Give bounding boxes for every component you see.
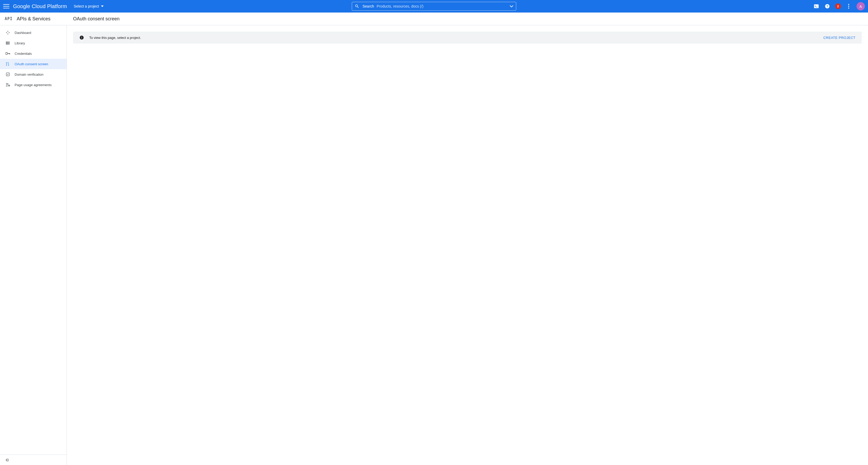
search-container: Search Products, resources, docs (/) — [352, 2, 516, 11]
sidebar-item-page-usage[interactable]: Page usage agreements — [0, 80, 66, 90]
project-selector[interactable]: Select a project — [72, 3, 106, 10]
section-title[interactable]: APIs & Services — [17, 16, 50, 22]
svg-rect-7 — [6, 41, 7, 44]
svg-point-5 — [848, 6, 849, 7]
sidebar-item-label: Library — [14, 41, 25, 45]
page-title-area: OAuth consent screen — [67, 16, 120, 22]
brand-label[interactable]: Google Cloud Platform — [13, 3, 67, 9]
svg-rect-0 — [814, 4, 819, 8]
search-box[interactable]: Search Products, resources, docs (/) — [352, 2, 516, 11]
svg-rect-9 — [9, 41, 9, 44]
search-placeholder: Products, resources, docs (/) — [377, 4, 510, 8]
svg-point-15 — [6, 64, 7, 64]
sidebar-items: Dashboard Library Credentials OAuth cons… — [0, 25, 66, 455]
top-header: Google Cloud Platform Select a project S… — [0, 0, 868, 12]
project-selector-label: Select a project — [74, 4, 99, 8]
info-icon — [79, 35, 84, 40]
search-label: Search — [363, 4, 374, 8]
sidebar-item-credentials[interactable]: Credentials — [0, 48, 66, 59]
sidebar-item-label: Credentials — [14, 52, 32, 56]
svg-rect-30 — [82, 36, 82, 37]
collapse-icon — [5, 459, 9, 462]
subheader: API APIs & Services OAuth consent screen — [0, 12, 868, 25]
svg-text:?: ? — [826, 4, 828, 8]
more-vert-icon[interactable] — [845, 3, 852, 9]
search-icon — [355, 4, 359, 9]
main-content: To view this page, select a project. CRE… — [67, 25, 868, 465]
dropdown-arrow-icon — [101, 5, 103, 7]
sidebar-item-label: Domain verification — [14, 72, 43, 76]
api-logo: API — [5, 17, 12, 21]
sidebar-item-label: Dashboard — [14, 31, 31, 35]
sidebar: Dashboard Library Credentials OAuth cons… — [0, 25, 67, 465]
consent-screen-icon — [5, 61, 10, 66]
svg-rect-8 — [7, 41, 8, 44]
header-right: ? 2 A — [813, 2, 865, 10]
svg-point-10 — [5, 53, 7, 55]
subheader-left: API APIs & Services — [0, 16, 67, 22]
svg-point-18 — [8, 64, 9, 64]
info-bar: To view this page, select a project. CRE… — [73, 32, 862, 43]
notifications-badge[interactable]: 2 — [835, 3, 841, 9]
svg-rect-29 — [82, 37, 82, 39]
key-icon — [5, 51, 10, 56]
svg-point-4 — [848, 4, 849, 5]
library-icon — [5, 40, 10, 46]
svg-point-6 — [848, 7, 849, 9]
info-message: To view this page, select a project. — [89, 36, 141, 40]
agreements-icon — [5, 82, 10, 87]
help-icon[interactable]: ? — [824, 3, 830, 9]
svg-point-17 — [8, 62, 9, 63]
svg-point-19 — [8, 65, 9, 66]
create-project-button[interactable]: CREATE PROJECT — [824, 36, 856, 40]
sidebar-collapse-button[interactable] — [0, 455, 66, 465]
dashboard-icon — [5, 30, 10, 35]
page-title: OAuth consent screen — [73, 16, 120, 22]
sidebar-item-oauth-consent[interactable]: OAuth consent screen — [0, 59, 66, 69]
sidebar-item-label: OAuth consent screen — [14, 62, 48, 66]
sidebar-item-label: Page usage agreements — [14, 83, 52, 87]
body: Dashboard Library Credentials OAuth cons… — [0, 25, 868, 465]
cloud-shell-icon[interactable] — [813, 3, 819, 9]
chevron-down-icon[interactable] — [510, 5, 513, 7]
svg-point-16 — [6, 65, 7, 66]
sidebar-item-dashboard[interactable]: Dashboard — [0, 27, 66, 38]
verified-icon — [5, 72, 10, 77]
sidebar-item-library[interactable]: Library — [0, 38, 66, 48]
hamburger-menu-icon[interactable] — [3, 3, 9, 9]
sidebar-item-domain-verification[interactable]: Domain verification — [0, 69, 66, 80]
avatar[interactable]: A — [857, 2, 865, 10]
svg-point-14 — [6, 62, 7, 63]
